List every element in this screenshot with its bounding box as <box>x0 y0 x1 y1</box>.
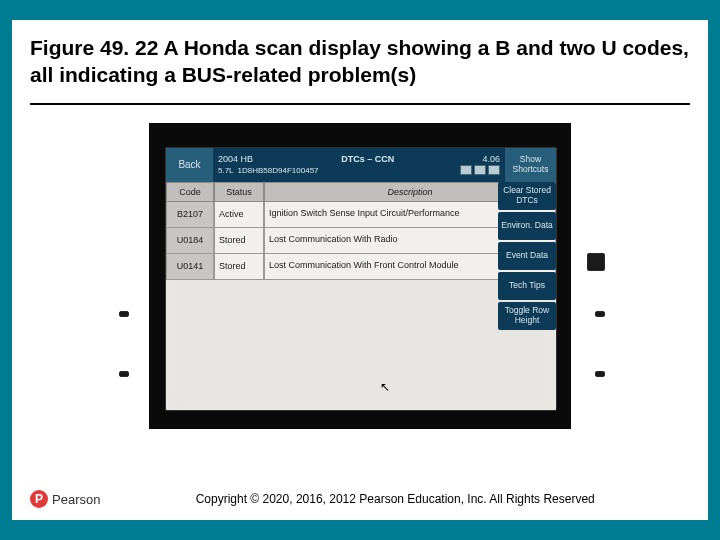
cell-code: B2107 <box>166 202 214 228</box>
clear-stored-dtcs-button[interactable]: Clear Stored DTCs <box>498 182 556 210</box>
slide: Figure 49. 22 A Honda scan display showi… <box>12 20 708 520</box>
title-underline <box>30 103 690 105</box>
header-code[interactable]: Code <box>166 182 214 202</box>
pearson-logo: P Pearson <box>30 490 100 508</box>
device-button <box>595 371 605 377</box>
environ-data-button[interactable]: Environ. Data <box>498 212 556 240</box>
device-button <box>119 371 129 377</box>
screen-title: DTCs – CCN <box>341 154 394 164</box>
back-button[interactable]: Back <box>166 148 214 182</box>
vin: 1D8HB58D94F100457 <box>238 166 452 175</box>
battery-icon <box>460 165 472 175</box>
banner-info: 2004 HB DTCs – CCN 4.06 5.7L 1D8HB58D94F… <box>214 148 504 182</box>
scan-tool-photo: Back 2004 HB DTCs – CCN 4.06 5.7L 1D8HB5… <box>149 123 571 429</box>
cell-status: Stored <box>214 254 264 280</box>
scan-banner: Back 2004 HB DTCs – CCN 4.06 5.7L 1D8HB5… <box>166 148 556 182</box>
pearson-logo-icon: P <box>30 490 48 508</box>
header-status[interactable]: Status <box>214 182 264 202</box>
show-shortcuts-button[interactable]: Show Shortcuts <box>504 148 556 182</box>
cell-status: Active <box>214 202 264 228</box>
version: 4.06 <box>482 154 500 164</box>
scan-screen: Back 2004 HB DTCs – CCN 4.06 5.7L 1D8HB5… <box>165 147 557 411</box>
cell-status: Stored <box>214 228 264 254</box>
engine: 5.7L <box>218 166 234 175</box>
toggle-row-height-button[interactable]: Toggle Row Height <box>498 302 556 330</box>
device-button <box>595 311 605 317</box>
event-data-button[interactable]: Event Data <box>498 242 556 270</box>
copyright: Copyright © 2020, 2016, 2012 Pearson Edu… <box>100 492 690 506</box>
slide-footer: P Pearson Copyright © 2020, 2016, 2012 P… <box>12 490 708 508</box>
device-button <box>587 253 605 271</box>
figure-title: Figure 49. 22 A Honda scan display showi… <box>12 20 708 101</box>
signal-icon <box>474 165 486 175</box>
device-button <box>119 311 129 317</box>
tech-tips-button[interactable]: Tech Tips <box>498 272 556 300</box>
cursor-icon: ↖ <box>380 380 390 394</box>
vehicle-model: 2004 HB <box>218 154 253 164</box>
cell-code: U0141 <box>166 254 214 280</box>
cell-code: U0184 <box>166 228 214 254</box>
scan-side-buttons: Clear Stored DTCs Environ. Data Event Da… <box>498 182 556 330</box>
pearson-brand: Pearson <box>52 492 100 507</box>
status-icons <box>460 165 500 175</box>
link-icon <box>488 165 500 175</box>
